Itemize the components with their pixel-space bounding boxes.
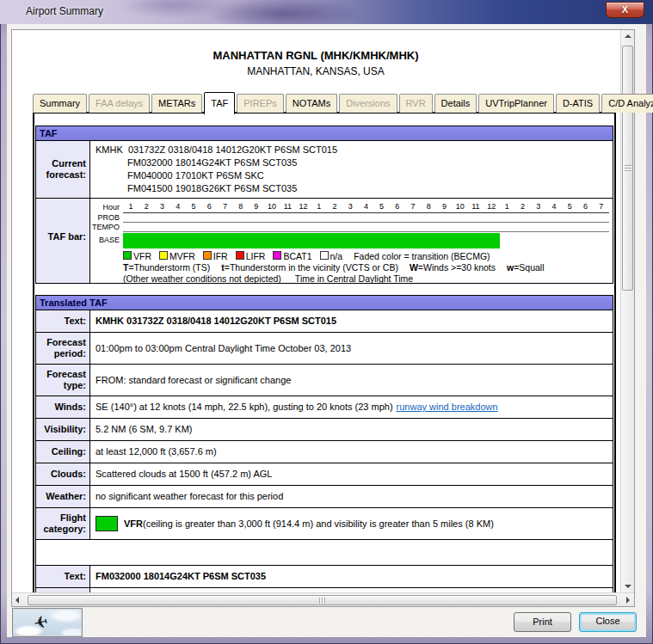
hour-tick: 2 bbox=[327, 202, 342, 212]
taf-bar-tempo-track bbox=[123, 223, 609, 232]
horizontal-scroll-thumb[interactable] bbox=[28, 595, 617, 605]
hour-tick: 7 bbox=[594, 202, 609, 212]
scroll-grip-icon bbox=[319, 598, 326, 604]
row-ceiling: Ceiling:at least 12,000 ft (3,657.6 m) bbox=[36, 441, 613, 463]
hour-tick: 12 bbox=[295, 202, 311, 212]
hour-tick: 5 bbox=[374, 202, 390, 212]
airplane-icon: ✈ bbox=[32, 610, 50, 634]
row-weather: Weather:no significant weather forecast … bbox=[36, 486, 613, 508]
taf-tab-content: TAF Current forecast: KMHK 031732Z 0318/… bbox=[33, 112, 616, 592]
row-flight-category: Flight category:VFR (ceiling is greater … bbox=[36, 508, 613, 540]
hour-tick: 3 bbox=[342, 202, 358, 212]
legend-category-label: VFR bbox=[133, 251, 151, 261]
tab-uvtripplanner[interactable]: UVTripPlanner bbox=[478, 94, 554, 113]
row-value: Scattered clouds at 1500 ft (457.2 m) AG… bbox=[90, 463, 613, 485]
tab-summary[interactable]: Summary bbox=[33, 94, 87, 113]
row-value: at least 12,000 ft (3,657.6 m) bbox=[90, 441, 613, 463]
row-label: Visibility: bbox=[36, 419, 90, 440]
runway-wind-breakdown-link[interactable]: runway wind breakdown bbox=[397, 401, 498, 414]
window-close-button[interactable]: X bbox=[606, 2, 644, 18]
tab-details[interactable]: Details bbox=[434, 94, 477, 113]
dialog-buttons: Print Close bbox=[514, 612, 637, 632]
legend-notes-line: (Other weather conditions not depicted) … bbox=[123, 273, 609, 283]
legend-swatch-ifr bbox=[203, 251, 212, 260]
scroll-down-button[interactable] bbox=[621, 579, 635, 592]
hour-tick: 2 bbox=[139, 202, 154, 212]
taf-bar-timeline: 1234567891011121234567891011121234567 bbox=[123, 202, 609, 249]
tab-rvr[interactable]: RVR bbox=[399, 94, 433, 113]
taf-bar-label: TAF bar: bbox=[36, 199, 90, 283]
print-button[interactable]: Print bbox=[514, 612, 571, 632]
vertical-scroll-thumb[interactable] bbox=[622, 46, 633, 291]
tab-diversions[interactable]: Diversions bbox=[339, 94, 397, 113]
row-text: Text:KMHK 031732Z 0318/0418 14012G20KT P… bbox=[36, 310, 613, 333]
tab-c-d-analyzer[interactable]: C/D Analyzer bbox=[601, 94, 653, 113]
hour-tick: 6 bbox=[201, 202, 217, 212]
hour-tick: 5 bbox=[186, 202, 201, 212]
tab-taf[interactable]: TAF bbox=[204, 92, 235, 114]
hour-tick: 11 bbox=[468, 202, 484, 212]
legend-note-other: (Other weather conditions not depicted) bbox=[123, 273, 281, 283]
row-winds: Winds:SE (140°) at 12 knots (14 mph, 22.… bbox=[36, 396, 613, 419]
tab-metars[interactable]: METARs bbox=[151, 94, 202, 113]
title-bar[interactable]: Airport Summary X bbox=[0, 0, 653, 24]
legend-category-label: LIFR bbox=[246, 251, 266, 261]
hour-tick: 8 bbox=[233, 202, 249, 212]
hour-tick: 1 bbox=[123, 202, 139, 212]
row-visibility: Visibility:5.2 NM (6 SM, 9.7 KM) bbox=[36, 419, 613, 441]
hour-tick: 7 bbox=[405, 202, 421, 212]
row-label: Text: bbox=[36, 566, 90, 587]
hour-tick: 5 bbox=[562, 202, 577, 212]
flight-category-swatch bbox=[95, 516, 118, 531]
row-label: Clouds: bbox=[36, 463, 90, 485]
taf-bar-base-fill bbox=[123, 233, 500, 248]
row-value: KMHK 031732Z 0318/0418 14012G20KT P6SM S… bbox=[90, 310, 613, 332]
row-value: no significant weather forecast for this… bbox=[90, 486, 613, 507]
hour-tick: 6 bbox=[577, 202, 593, 212]
row-label: Weather: bbox=[36, 486, 90, 507]
tab-d-atis[interactable]: D-ATIS bbox=[556, 94, 600, 113]
translated-rows: Text:KMHK 031732Z 0318/0418 14012G20KT P… bbox=[36, 310, 613, 592]
hour-tick: 2 bbox=[514, 202, 530, 212]
hour-tick: 1 bbox=[311, 202, 327, 212]
vertical-scrollbar[interactable] bbox=[620, 30, 634, 592]
legend-symbol: T=Thunderstorm (TS) bbox=[123, 262, 210, 273]
row-forecast-period: Forecast period:01:00pm to 03:00pm Centr… bbox=[36, 333, 613, 365]
row-value: 03:00pm to 07:00pm Central Daylight Time… bbox=[90, 588, 613, 592]
row-value: FM032000 18014G24KT P6SM SCT035 bbox=[90, 566, 613, 587]
row-value-text: at least 12,000 ft (3,657.6 m) bbox=[95, 445, 217, 458]
tab-strip: SummaryFAA delaysMETARsTAFPIREPsNOTAMsDi… bbox=[33, 92, 653, 113]
hour-tick: 6 bbox=[390, 202, 405, 212]
translated-taf-header: Translated TAF bbox=[36, 296, 613, 310]
taf-bar-cell: Hour PROB TEMPO BASE 1234567891011121234… bbox=[90, 199, 613, 283]
hour-tick: 7 bbox=[217, 202, 232, 212]
scroll-up-button[interactable] bbox=[621, 30, 635, 44]
legend-category-label: BCAT1 bbox=[283, 251, 311, 261]
close-button[interactable]: Close bbox=[579, 612, 637, 632]
row-label: Text: bbox=[36, 310, 90, 332]
row-value: FROM: standard forecast or significant c… bbox=[90, 365, 613, 396]
row-forecast-period: Forecast period:03:00pm to 07:00pm Centr… bbox=[36, 588, 613, 592]
legend-swatch-n-a bbox=[320, 251, 329, 260]
row-value-text: FROM: standard forecast or significant c… bbox=[95, 374, 291, 387]
legend-category-label: n/a bbox=[330, 251, 343, 261]
row-value-text: 5.2 NM (6 SM, 9.7 KM) bbox=[95, 423, 192, 436]
hour-tick: 9 bbox=[249, 202, 264, 212]
legend-symbol: t=Thunderstorm in the vicinity (VCTS or … bbox=[221, 262, 398, 273]
tab-pireps[interactable]: PIREPs bbox=[237, 94, 284, 113]
legend-symbols-line: T=Thunderstorm (TS)t=Thunderstorm in the… bbox=[123, 262, 609, 273]
scroll-right-button[interactable] bbox=[620, 593, 634, 607]
legend-swatch-mvfr bbox=[159, 251, 168, 260]
hour-tick: 9 bbox=[436, 202, 452, 212]
taf-bar-tempo-label: TEMPO bbox=[90, 223, 120, 232]
taf-section-header: TAF bbox=[36, 126, 613, 141]
taf-bar-row-labels: Hour PROB TEMPO BASE bbox=[90, 202, 123, 249]
tab-faa-delays[interactable]: FAA delays bbox=[89, 94, 150, 113]
taf-section: TAF Current forecast: KMHK 031732Z 0318/… bbox=[35, 126, 613, 284]
horizontal-scrollbar[interactable] bbox=[12, 592, 634, 606]
tab-notams[interactable]: NOTAMs bbox=[286, 94, 337, 113]
row-value: SE (140°) at 12 knots (14 mph, 22.5 kph)… bbox=[90, 396, 613, 418]
current-forecast-row: Current forecast: KMHK 031732Z 0318/0418… bbox=[36, 141, 613, 199]
translated-taf-section: Translated TAF Text:KMHK 031732Z 0318/04… bbox=[35, 295, 613, 592]
scroll-left-button[interactable] bbox=[12, 593, 26, 607]
